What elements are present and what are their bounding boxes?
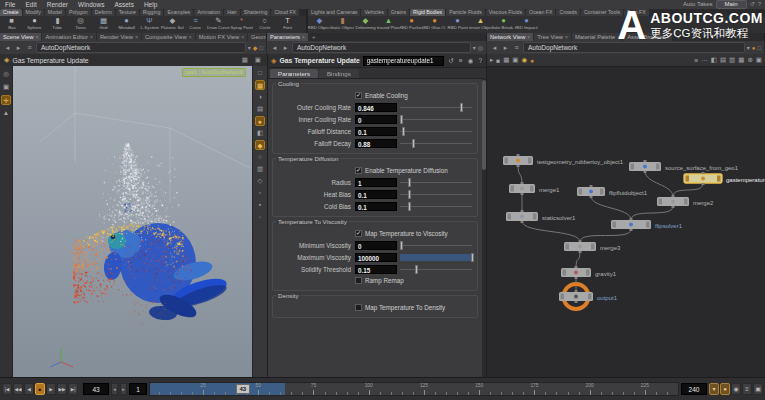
shading-icon[interactable]: ◑	[255, 92, 265, 102]
shelf-tab-shattering[interactable]: Shattering	[241, 9, 271, 16]
param-slider[interactable]	[400, 190, 472, 199]
play-button[interactable]: ▶	[46, 383, 56, 395]
playbar-options-button[interactable]: ≡	[742, 383, 752, 395]
shelf-tool-draw-curve[interactable]: ✎Draw Curve	[207, 16, 230, 33]
net-grid-icon[interactable]: ▦	[503, 56, 509, 64]
snap-icon[interactable]: □	[255, 68, 265, 78]
net-color-icon[interactable]: ●	[530, 57, 534, 64]
checkbox[interactable]	[355, 304, 362, 311]
param-slider[interactable]	[400, 265, 472, 274]
back-icon[interactable]: ◂	[3, 44, 12, 52]
dropdown-arrow-icon[interactable]: ▾	[473, 44, 476, 51]
param-slider[interactable]	[400, 202, 472, 211]
pin-icon[interactable]: ◎	[478, 44, 483, 51]
menu-assets[interactable]: Assets	[109, 0, 139, 9]
shelf-tool-static-object[interactable]: ▮Static Object	[331, 16, 354, 33]
shelf-tool-l-system[interactable]: ΨL-System	[138, 16, 161, 33]
shelf-tab-particle-fluids[interactable]: Particle Fluids	[446, 9, 485, 16]
node-name-field[interactable]: gastemperatureupdate1	[363, 56, 445, 66]
undo-icon[interactable]: ↺	[750, 0, 755, 9]
node-flag-right[interactable]	[684, 199, 688, 205]
slider-handle[interactable]	[412, 139, 415, 148]
history-icon[interactable]: ≡	[512, 44, 521, 51]
shelf-tab-cloud-fx[interactable]: Cloud FX	[271, 9, 299, 16]
shelf-tab-create[interactable]: Create	[0, 9, 22, 16]
new-tab-button[interactable]: +	[309, 33, 319, 41]
menu-help[interactable]: Help	[139, 0, 162, 9]
shelf-tool-curve[interactable]: ≈Curve	[184, 16, 207, 33]
param-slider[interactable]	[400, 103, 472, 112]
menu-render[interactable]: Render	[42, 0, 73, 9]
shelf-tab-grains[interactable]: Grains	[388, 9, 409, 16]
node-flag-left[interactable]	[579, 189, 583, 195]
path-field[interactable]: AutoDopNetwork	[523, 42, 745, 53]
dropdown-arrow-icon[interactable]: ▾	[248, 44, 251, 51]
forward-icon[interactable]: ▸	[501, 44, 510, 52]
network-canvas[interactable]: testgeometry_rubbertoy_object1merge1stat…	[487, 67, 765, 378]
shelf-tool-make-break-[interactable]: ●Make Break...	[492, 16, 515, 33]
parameter-scrollbar[interactable]	[482, 78, 486, 377]
slider-handle[interactable]	[415, 265, 418, 274]
shelf-tab-texture[interactable]: Texture	[116, 9, 139, 16]
go-to-start-button[interactable]: |◀	[2, 383, 12, 395]
path-field[interactable]: AutoDopNetwork	[292, 42, 471, 53]
playback-menu-button[interactable]: ▾	[709, 383, 719, 395]
slider-handle[interactable]	[400, 115, 403, 124]
lock-icon[interactable]: □	[259, 45, 263, 51]
grid-icon[interactable]: ▦	[255, 80, 265, 90]
shelf-tool-rbd-object[interactable]: ◆RBD Object	[308, 16, 331, 33]
close-icon[interactable]: ×	[667, 33, 670, 41]
shelf-tool-metaball[interactable]: ●Metaball	[115, 16, 138, 33]
param-slider[interactable]	[400, 178, 472, 187]
shelf-tool-deforming[interactable]: ◆Deforming	[354, 16, 377, 33]
shelf-tool-rbd-impacts[interactable]: ●RBD Impacts	[515, 16, 538, 33]
shelf-tab-examples[interactable]: Examples	[164, 9, 193, 16]
node-output-stub[interactable]	[517, 165, 520, 167]
net-list-icon[interactable]: ≡	[694, 57, 698, 64]
node-flag-left[interactable]	[563, 270, 567, 276]
node-flag-right[interactable]	[600, 189, 604, 195]
shelf-tool-ground-plane[interactable]: ▲Ground Plane	[377, 16, 400, 33]
pin-icon[interactable]: ●	[752, 45, 756, 51]
stop-button[interactable]: ■	[35, 383, 45, 395]
param-value-field[interactable]: 1	[355, 178, 397, 187]
frame-step-up-button[interactable]: ▸	[120, 383, 127, 395]
shelf-tab-crowds[interactable]: Crowds	[556, 9, 580, 16]
step-back-button[interactable]: ◀	[24, 383, 34, 395]
shelf-tab-vehicles[interactable]: Vehicles	[361, 9, 386, 16]
node-flag-right[interactable]	[528, 158, 532, 164]
node-input-stub[interactable]	[575, 266, 578, 268]
node-output-stub[interactable]	[575, 301, 578, 303]
node-flag-right[interactable]	[646, 222, 650, 228]
help-icon[interactable]: ?	[477, 57, 483, 64]
pane-tab-parameters[interactable]: Parameters×	[267, 33, 308, 41]
back-icon[interactable]: ◂	[490, 44, 499, 52]
node-input-stub[interactable]	[521, 182, 524, 184]
close-icon[interactable]: ×	[302, 33, 305, 41]
wireframe-icon[interactable]: ▤	[255, 104, 265, 114]
node-flag-right[interactable]	[586, 270, 590, 276]
points-icon[interactable]: ●	[255, 116, 265, 126]
node-flag-right[interactable]	[530, 186, 534, 192]
layout-icon[interactable]: ▦	[240, 56, 250, 64]
net-cols-icon[interactable]: ▥	[729, 56, 735, 64]
pin-icon[interactable]: ◆	[253, 44, 258, 51]
net-flag-icon[interactable]: ◉	[522, 56, 528, 64]
node-output-stub[interactable]	[521, 193, 524, 195]
node-output-stub[interactable]	[590, 196, 593, 198]
param-tab-bindings[interactable]: Bindings	[319, 69, 359, 78]
param-value-field[interactable]: 0	[355, 241, 397, 250]
checkbox[interactable]: ✓	[355, 230, 362, 237]
path-field[interactable]: AutoDopNetwork	[36, 42, 246, 53]
param-value-field[interactable]: 0.1	[355, 202, 397, 211]
shelf-tab-modify[interactable]: Modify	[23, 9, 44, 16]
range-end-field[interactable]: 240	[681, 383, 707, 395]
node-input-stub[interactable]	[702, 172, 705, 174]
shelf-tab-hair[interactable]: Hair	[224, 9, 240, 16]
info-icon[interactable]: ◉	[467, 57, 475, 65]
menu-file[interactable]: File	[0, 0, 20, 9]
forward-icon[interactable]: ▸	[281, 44, 290, 52]
param-value-field[interactable]: 0.1	[355, 190, 397, 199]
shelf-tab-polygon[interactable]: Polygon	[66, 9, 91, 16]
net-rows-icon[interactable]: ▤	[720, 56, 726, 64]
